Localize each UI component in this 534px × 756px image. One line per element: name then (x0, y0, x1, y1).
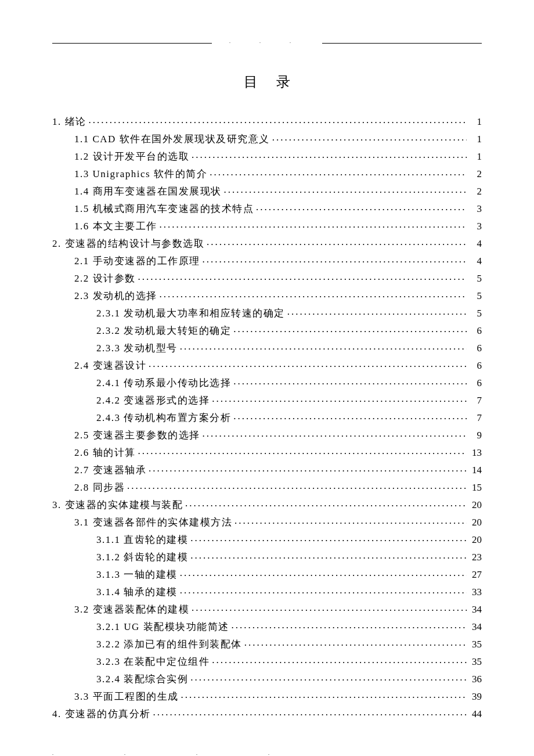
toc-entry-page: 33 (469, 587, 482, 597)
toc-entry-label: 2.3 发动机的选择 (74, 291, 157, 301)
toc-leader-dots (89, 115, 467, 125)
toc-entry: 3. 变速器的实体建模与装配20 (52, 495, 482, 513)
toc-entry: 1.5 机械式商用汽车变速器的技术特点3 (52, 199, 482, 217)
toc-entry-label: 1. 绪论 (52, 117, 86, 127)
toc-entry-page: 7 (469, 413, 482, 423)
toc-entry-label: 1.4 商用车变速器在国发展现状 (74, 186, 222, 196)
toc-leader-dots (224, 185, 467, 195)
toc-entry-page: 39 (469, 692, 482, 701)
toc-entry: 2.7 变速器轴承14 (52, 460, 482, 478)
toc-entry: 1.6 本文主要工作3 (52, 217, 482, 234)
toc-leader-dots (160, 289, 467, 299)
toc-leader-dots (233, 376, 467, 386)
toc-entry-label: 3.2.1 UG 装配模块功能简述 (96, 622, 229, 632)
toc-entry-label: 3.2.2 添加已有的组件到装配体 (96, 639, 242, 649)
toc-leader-dots (180, 568, 467, 578)
toc-leader-dots (153, 707, 467, 717)
toc-entry: 3.2.1 UG 装配模块功能简述34 (52, 617, 482, 635)
toc-entry-label: 2.4.1 传动系最小传动比选择 (96, 378, 231, 388)
toc-entry-label: 2.4.3 传动机构布置方案分析 (96, 413, 231, 423)
toc-entry-label: 4. 变速器的仿真分析 (52, 709, 151, 719)
toc-entry-page: 15 (469, 483, 482, 492)
toc-leader-dots (149, 463, 467, 473)
toc-leader-dots (233, 324, 467, 334)
toc-entry-page: 9 (469, 430, 482, 440)
toc-entry: 1.3 Unigraphics 软件的简介2 (52, 164, 482, 182)
toc-entry: 2.4 变速器设计6 (52, 356, 482, 373)
toc-entry: 3.2 变速器装配体的建模34 (52, 600, 482, 617)
toc-entry-page: 5 (469, 308, 482, 318)
toc-entry-label: 3.1.3 一轴的建模 (96, 570, 178, 579)
toc-entry-label: 2.6 轴的计算 (74, 448, 136, 458)
toc-entry-page: 13 (469, 448, 482, 458)
toc-entry: 2.2 设计参数5 (52, 269, 482, 286)
toc-entry: 3.3 平面工程图的生成39 (52, 687, 482, 704)
toc-entry-label: 2.2 设计参数 (74, 273, 136, 283)
toc-leader-dots (212, 655, 467, 665)
toc-entry-page: 20 (469, 500, 482, 510)
toc-entry-page: 3 (469, 204, 482, 214)
toc-leader-dots (212, 394, 467, 404)
toc-leader-dots (180, 341, 467, 351)
toc-entry-page: 4 (469, 256, 482, 266)
toc-leader-dots (180, 585, 467, 595)
toc-leader-dots (160, 219, 467, 229)
toc-leader-dots (256, 202, 467, 212)
toc-entry: 2.3 发动机的选择5 (52, 286, 482, 304)
toc-entry: 3.2.3 在装配中定位组件35 (52, 652, 482, 669)
toc-entry-page: 6 (469, 361, 482, 370)
toc-entry-label: 2.4.2 变速器形式的选择 (96, 395, 210, 405)
toc-entry-page: 6 (469, 326, 482, 336)
toc-entry: 2.5 变速器主要参数的选择9 (52, 426, 482, 443)
toc-entry-label: 3. 变速器的实体建模与装配 (52, 500, 183, 510)
toc-entry-label: 1.6 本文主要工作 (74, 221, 157, 231)
toc-entry-page: 35 (469, 657, 482, 667)
toc-leader-dots (244, 638, 467, 647)
header-rule (52, 43, 482, 44)
toc-entry-label: 2.7 变速器轴承 (74, 465, 146, 475)
toc-entry: 1. 绪论1 (52, 112, 482, 129)
document-page: 目录 1. 绪论11.1 CAD 软件在国外发展现状及研究意义11.2 设计开发… (0, 0, 534, 756)
toc-entry: 3.1 变速器各部件的实体建模方法20 (52, 513, 482, 530)
toc-entry: 2.4.3 传动机构布置方案分析7 (52, 408, 482, 426)
toc-leader-dots (185, 498, 467, 508)
toc-entry-label: 2. 变速器的结构设计与参数选取 (52, 239, 204, 249)
toc-entry-label: 1.3 Unigraphics 软件的简介 (74, 169, 207, 179)
toc-entry-page: 7 (469, 395, 482, 405)
toc-leader-dots (232, 620, 467, 630)
toc-entry-page: 14 (469, 465, 482, 475)
toc-entry-label: 1.5 机械式商用汽车变速器的技术特点 (74, 204, 254, 214)
toc-entry-label: 1.1 CAD 软件在国外发展现状及研究意义 (74, 134, 270, 144)
toc-entry: 2.1 手动变速器的工作原理4 (52, 251, 482, 269)
toc-leader-dots (127, 481, 467, 491)
toc-entry: 1.4 商用车变速器在国发展现状2 (52, 182, 482, 199)
toc-entry-page: 36 (469, 674, 482, 684)
toc-entry-page: 4 (469, 239, 482, 249)
toc-entry: 2. 变速器的结构设计与参数选取4 (52, 234, 482, 251)
table-of-contents: 1. 绪论11.1 CAD 软件在国外发展现状及研究意义11.2 设计开发平台的… (52, 112, 482, 722)
toc-entry-page: 27 (469, 570, 482, 579)
toc-entry: 3.2.4 装配综合实例36 (52, 669, 482, 687)
toc-entry-label: 2.3.2 发动机最大转矩的确定 (96, 326, 231, 336)
toc-entry-label: 3.3 平面工程图的生成 (74, 692, 179, 701)
toc-entry: 2.6 轴的计算13 (52, 443, 482, 460)
toc-entry-page: 6 (469, 378, 482, 388)
toc-leader-dots (190, 672, 467, 682)
toc-entry-label: 3.2 变速器装配体的建模 (74, 604, 189, 614)
toc-entry: 1.1 CAD 软件在国外发展现状及研究意义1 (52, 129, 482, 147)
toc-leader-dots (192, 150, 467, 160)
toc-entry-page: 34 (469, 622, 482, 632)
toc-leader-dots (210, 167, 467, 177)
toc-entry: 4. 变速器的仿真分析44 (52, 704, 482, 722)
toc-entry-page: 44 (469, 709, 482, 719)
toc-leader-dots (149, 359, 467, 369)
toc-entry-label: 3.1.4 轴承的建模 (96, 587, 178, 597)
toc-leader-dots (138, 446, 467, 456)
toc-entry-page: 20 (469, 517, 482, 527)
toc-entry-label: 2.3.3 发动机型号 (96, 343, 178, 353)
toc-entry-label: 3.1.1 直齿轮的建模 (96, 535, 188, 545)
toc-entry-label: 2.1 手动变速器的工作原理 (74, 256, 200, 266)
toc-entry: 2.4.2 变速器形式的选择7 (52, 391, 482, 408)
toc-entry: 3.1.2 斜齿轮的建模23 (52, 548, 482, 565)
toc-leader-dots (190, 533, 467, 543)
